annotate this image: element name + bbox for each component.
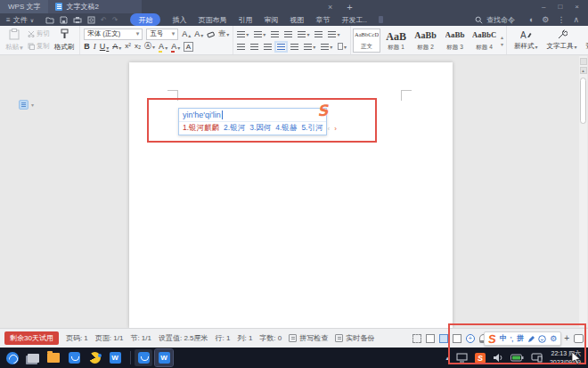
superscript-button[interactable]: x² [125,43,131,50]
style-heading4[interactable]: AaBbC 标题 4 [470,29,498,53]
trial-badge[interactable]: 剩余30天试用 [4,331,59,345]
italic-button[interactable]: I [94,43,96,51]
style-heading1[interactable]: AaB 标题 1 [382,29,410,53]
subscript-button[interactable]: x₂ [135,43,141,50]
shading-button[interactable]: ▾ [321,44,332,50]
fit-page-button[interactable] [574,334,584,343]
file-menu-button[interactable]: ≡ 文件 ∨ [0,15,40,25]
tab-close-icon[interactable]: × [323,0,338,13]
page-view-icon[interactable] [439,334,448,343]
sogou-mode-chinese[interactable]: 中 [500,335,507,342]
new-style-button[interactable]: A 新样式▾ [510,27,543,53]
tab-section[interactable]: 章节 [315,15,330,25]
maximize-button[interactable]: □ [558,3,562,11]
style-normal[interactable]: AaBbCcD 正文 [353,29,380,53]
cut-button[interactable]: 剪切 [28,29,50,38]
wps-launcher-button[interactable]: W [106,349,124,366]
paste-button[interactable]: 粘贴▾ [3,27,26,53]
tab-review[interactable]: 审阅 [264,15,278,25]
paragraph-layout-button[interactable]: ▾ [328,31,339,37]
undo-icon[interactable]: ↶ [101,16,107,24]
save-icon[interactable] [60,16,68,24]
line-spacing-button[interactable]: ▾ [304,44,315,50]
print-icon[interactable] [73,16,82,24]
copy-button[interactable]: 复制 [28,42,50,51]
print-preview-icon[interactable] [87,16,95,24]
sort-button[interactable] [314,31,323,37]
tab-references[interactable]: 引用 [238,15,252,25]
border-button[interactable]: ▾ [338,43,347,50]
file-manager-button[interactable] [45,349,62,366]
tab-insert[interactable]: 插入 [172,15,186,25]
ime-status-caret-icon[interactable]: ▾ [31,102,34,108]
align-right-button[interactable] [264,44,272,50]
two-page-view-icon[interactable] [426,334,435,343]
justify-button[interactable] [277,44,285,50]
increase-font-button[interactable]: A▴ [182,30,191,38]
tab-overflow-indicator[interactable] [379,16,383,23]
sogou-emoji-icon[interactable] [538,331,546,347]
format-painter-button[interactable]: 格式刷 [52,27,78,53]
case-convert-button[interactable]: 壹▾ [218,30,229,37]
clear-format-button[interactable] [207,30,215,38]
char-shading-button[interactable]: Ⓐ▾ [144,43,155,50]
show-desktop-button[interactable] [24,349,42,366]
style-heading3[interactable]: AaBb 标题 3 [441,29,469,53]
cast-tray-icon[interactable] [531,353,543,363]
font-color-button[interactable]: A▾ [171,43,180,51]
open-file-icon[interactable] [45,16,54,24]
strikethrough-button[interactable]: A▾ [112,43,121,51]
tab-developer[interactable]: 开发工.. [341,15,366,25]
ruler-toggle-button[interactable] [580,58,587,65]
bullet-list-button[interactable]: ▾ [237,31,249,37]
distribute-button[interactable] [290,44,298,50]
bold-button[interactable]: B [84,43,90,51]
styles-scroll-up-icon[interactable]: ▴ [501,34,503,40]
decrease-font-button[interactable]: A▾ [194,30,203,38]
sogou-pinyin-mode[interactable]: 拼 [517,335,524,342]
spellcheck-button[interactable]: 拼写检查 [289,333,328,343]
minimize-button[interactable]: – [542,3,545,11]
sogou-logo[interactable]: S [488,332,497,345]
collapse-ribbon-icon[interactable]: ∧ [573,15,579,24]
theme-icon[interactable]: ◐ [529,15,534,24]
text-tool-button[interactable]: 文字工具▾ [543,27,582,53]
style-heading2[interactable]: AaBb 标题 2 [412,29,439,53]
scroll-up-button[interactable]: ▴ [580,67,587,74]
align-left-button[interactable] [237,44,245,50]
align-center-button[interactable] [250,44,258,50]
tab-view[interactable]: 视图 [290,15,304,25]
zoom-in-button[interactable]: + [564,333,569,343]
start-button[interactable] [4,349,21,366]
settings-gear-icon[interactable]: ⚙ [542,15,549,24]
styles-scroll-down-icon[interactable]: ▾ [501,41,503,47]
close-button[interactable]: × [575,3,579,11]
document-tab[interactable]: 文字文稿2 [48,0,142,13]
ime-status-icon[interactable] [19,100,29,110]
volume-tray-icon[interactable] [493,353,503,363]
wps-app-menu-button[interactable]: WPS 文字 [0,0,48,13]
display-tray-icon[interactable] [456,353,468,363]
text-direction-button[interactable]: ▾ [298,31,309,37]
char-border-button[interactable]: A [184,42,192,52]
fullscreen-view-icon[interactable] [412,334,421,343]
app-store-window-button[interactable] [135,349,152,366]
more-kebab-icon[interactable]: ⋮ [557,15,565,24]
sogou-settings-icon[interactable]: ⚙ [550,335,557,343]
battery-tray-icon[interactable] [510,354,524,362]
sogou-punctuation[interactable]: ', [510,336,514,342]
sogou-handwriting-icon[interactable] [527,331,535,347]
increase-indent-button[interactable] [284,31,292,37]
highlight-color-button[interactable]: A▾ [159,43,167,51]
sogou-tray-icon[interactable]: S [475,353,486,364]
find-command[interactable]: 查找命令 [475,15,515,25]
font-name-combo[interactable]: 宋体 (正文) ▾ [84,29,143,40]
underline-button[interactable]: U▾ [100,43,110,51]
backup-button[interactable]: 实时备份 [335,333,374,343]
new-tab-button[interactable]: + [338,0,361,13]
web-view-icon[interactable] [453,334,461,343]
numbered-list-button[interactable]: ▾ [254,31,265,37]
tab-page-layout[interactable]: 页面布局 [198,15,226,25]
scrollbar-thumb[interactable] [580,78,586,124]
browser-button[interactable] [86,349,103,366]
